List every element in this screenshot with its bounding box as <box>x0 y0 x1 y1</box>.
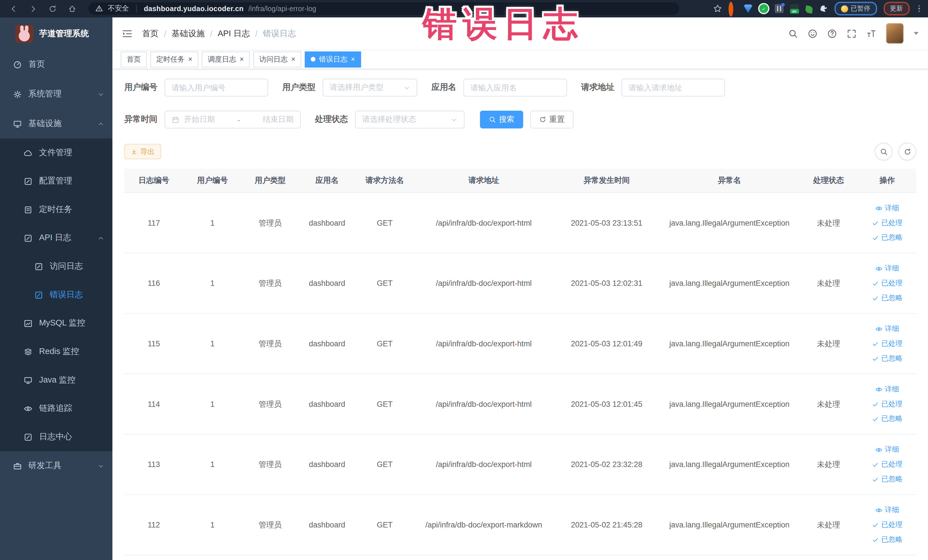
ignored-link[interactable]: 已忽略 <box>872 233 903 243</box>
extension-icon-shield[interactable] <box>744 4 752 13</box>
sidebar-item-java-monitor[interactable]: Java 监控 <box>0 366 112 394</box>
tab-dispatch-log[interactable]: 调度日志 × <box>202 51 250 67</box>
processed-link[interactable]: 已处理 <box>872 218 903 228</box>
user-id-input[interactable] <box>165 79 268 96</box>
breadcrumb-infrastructure[interactable]: 基础设施 <box>171 28 205 39</box>
process-status-select[interactable]: 请选择处理状态 <box>355 111 465 128</box>
processed-link[interactable]: 已处理 <box>872 278 903 288</box>
user-avatar[interactable] <box>886 23 904 44</box>
bookmark-star-icon[interactable] <box>713 4 722 13</box>
processed-link[interactable]: 已处理 <box>872 399 903 409</box>
cell-time: 2021-05-03 12:01:45 <box>553 400 660 409</box>
tab-home[interactable]: 首页 <box>121 51 147 67</box>
tab-access-log[interactable]: 访问日志 × <box>253 51 301 67</box>
extension-icon-grid[interactable] <box>774 4 783 13</box>
help-icon[interactable] <box>827 29 837 38</box>
emoji-extension-icon <box>841 5 848 12</box>
ignored-link[interactable]: 已忽略 <box>872 354 903 363</box>
extension-icon-orange[interactable] <box>728 4 737 13</box>
browser-home-icon[interactable] <box>68 5 76 13</box>
font-size-icon[interactable] <box>866 29 876 38</box>
cell-status: 未处理 <box>799 459 858 470</box>
eye-icon <box>875 265 882 272</box>
refresh-table-button[interactable] <box>898 143 916 160</box>
exception-time-range-picker[interactable]: 开始日期 - 结束日期 <box>165 111 301 128</box>
browser-forward-icon[interactable] <box>29 5 37 13</box>
user-type-select[interactable]: 请选择用户类型 <box>323 79 417 96</box>
sidebar-item-api-log[interactable]: API 日志 <box>0 224 112 252</box>
sidebar-item-trace[interactable]: 链路追踪 <box>0 394 112 423</box>
processed-link[interactable]: 已处理 <box>872 520 903 530</box>
ignored-link[interactable]: 已忽略 <box>872 535 903 545</box>
sidebar-item-scheduled-tasks[interactable]: 定时任务 <box>0 195 112 224</box>
extensions-puzzle-icon[interactable] <box>819 4 827 13</box>
breadcrumb-home[interactable]: 首页 <box>142 28 159 39</box>
sidebar-item-config-mgmt[interactable]: 配置管理 <box>0 167 112 195</box>
browser-back-icon[interactable] <box>9 5 18 13</box>
avatar-caret-down-icon[interactable] <box>914 32 919 35</box>
app-name-input[interactable] <box>463 79 567 96</box>
sidebar-item-redis-monitor[interactable]: Redis 监控 <box>0 337 112 366</box>
ignored-link[interactable]: 已忽略 <box>872 293 903 303</box>
fullscreen-icon[interactable] <box>847 29 856 38</box>
check-icon <box>872 220 879 226</box>
table-row: 112 1 管理员 dashboard GET /api/infra/db-do… <box>124 495 916 555</box>
detail-link[interactable]: 详细 <box>875 324 899 334</box>
export-button[interactable]: 导出 <box>124 144 161 159</box>
cell-actions: 详细 已处理 已忽略 <box>858 444 916 484</box>
breadcrumb: 首页 / 基础设施 / API 日志 / 错误日志 <box>142 28 296 39</box>
detail-link[interactable]: 详细 <box>875 384 899 394</box>
browser-reload-icon[interactable] <box>49 5 57 13</box>
extension-icon-leaf[interactable] <box>805 5 813 14</box>
ignored-link[interactable]: 已忽略 <box>872 414 903 424</box>
extension-icon-on-badge[interactable]: on <box>790 4 799 13</box>
sidebar-item-dev-tools[interactable]: 研发工具 <box>0 451 112 481</box>
edit-icon <box>34 262 43 271</box>
detail-link[interactable]: 详细 <box>875 505 899 515</box>
check-icon <box>872 536 879 543</box>
sidebar-item-system-mgmt[interactable]: 系统管理 <box>0 79 112 109</box>
detail-link[interactable]: 详细 <box>875 203 899 213</box>
extension-icon-green-check[interactable] <box>759 4 768 13</box>
address-bar[interactable]: 不安全 dashboard.yudao.iocoder.cn/infra/log… <box>88 2 679 15</box>
detail-link[interactable]: 详细 <box>875 444 899 455</box>
sidebar-item-infrastructure[interactable]: 基础设施 <box>0 109 112 139</box>
github-icon[interactable] <box>808 29 817 38</box>
cell-exception: java.lang.IllegalArgumentException <box>660 520 799 529</box>
sidebar-item-error-log[interactable]: 错误日志 <box>0 281 112 309</box>
search-icon[interactable] <box>788 29 798 38</box>
cell-app-name: dashboard <box>299 279 355 288</box>
tab-close-icon[interactable]: × <box>291 56 296 63</box>
browser-update-button[interactable]: 更新 <box>883 2 909 15</box>
tab-close-icon[interactable]: × <box>240 56 244 63</box>
table-row: 113 1 管理员 dashboard GET /api/infra/db-do… <box>124 435 916 495</box>
search-icon <box>489 116 496 123</box>
search-button[interactable]: 搜索 <box>480 111 523 128</box>
ignored-link[interactable]: 已忽略 <box>872 474 903 484</box>
cell-user-type: 管理员 <box>241 519 299 530</box>
detail-link[interactable]: 详细 <box>875 263 899 273</box>
reset-button[interactable]: 重置 <box>530 111 573 128</box>
request-url-input[interactable] <box>621 79 725 96</box>
tab-close-icon[interactable]: × <box>351 56 355 63</box>
toggle-search-button[interactable] <box>875 143 892 160</box>
processed-link[interactable]: 已处理 <box>872 339 903 349</box>
tab-error-log[interactable]: 错误日志 × <box>305 51 361 67</box>
breadcrumb-api-log[interactable]: API 日志 <box>218 28 250 39</box>
annotation-overlay-text: 错误日志 <box>423 1 583 47</box>
tab-scheduled-tasks[interactable]: 定时任务 × <box>150 51 198 67</box>
paused-extension-badge[interactable]: 已暂停 <box>834 2 877 15</box>
tab-close-icon[interactable]: × <box>188 56 192 63</box>
processed-link[interactable]: 已处理 <box>872 459 903 469</box>
sidebar-logo[interactable]: 芋道管理系统 <box>0 17 112 50</box>
cell-user-type: 管理员 <box>241 278 299 288</box>
sidebar-item-access-log[interactable]: 访问日志 <box>0 252 112 281</box>
sidebar-item-file-mgmt[interactable]: 文件管理 <box>0 139 112 167</box>
sidebar-item-mysql-monitor[interactable]: MySQL 监控 <box>0 309 112 337</box>
cell-exception: java.lang.IllegalArgumentException <box>660 400 799 409</box>
browser-menu-icon[interactable] <box>916 5 922 12</box>
sidebar-item-log-center[interactable]: 日志中心 <box>0 423 112 451</box>
sidebar-item-home[interactable]: 首页 <box>0 50 112 79</box>
sidebar-collapse-icon[interactable] <box>122 29 132 38</box>
cell-user-id: 1 <box>183 460 241 469</box>
